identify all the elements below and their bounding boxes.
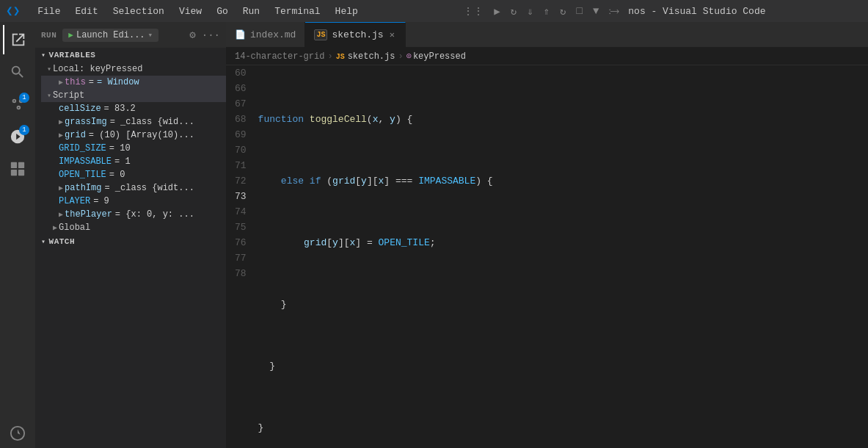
continue-icon[interactable]: ▶ [491, 4, 503, 19]
launch-editor-button[interactable]: ▶ Launch Edi... ▾ [62, 29, 158, 42]
code-editor[interactable]: 60 66 67 68 69 70 71 72 73 74 75 76 77 7… [226, 65, 868, 448]
activity-remote[interactable] [3, 419, 32, 448]
debug-config-icon[interactable]: ⋮⋮ [460, 4, 486, 19]
code-line-69: } [255, 358, 868, 374]
menu-run[interactable]: Run [237, 4, 266, 18]
opentile-item[interactable]: OPEN_TILE = 0 [41, 168, 226, 181]
grid-item[interactable]: ▶ grid = (10) [Array(10)... [41, 129, 226, 142]
menu-view[interactable]: View [173, 4, 208, 18]
impassable-name: IMPASSABLE [59, 156, 112, 167]
global-section: ▶ Global [35, 221, 226, 234]
titlebar-left: ❮❯ File Edit Selection View Go Run Termi… [6, 4, 364, 18]
opentile-value: = 0 [109, 170, 125, 180]
watch-label: WATCH [49, 237, 76, 246]
stop-dropdown-icon[interactable]: ▼ [590, 4, 602, 18]
tab-sketch-js-label: sketch.js [332, 29, 383, 40]
this-equals: = [89, 77, 94, 87]
line-num-74: 74 [235, 204, 247, 220]
more-actions-icon[interactable]: ··· [202, 29, 220, 41]
line-num-60: 60 [235, 65, 247, 81]
this-value: = Window [97, 77, 139, 87]
pathimg-value: = _class {widt... [104, 183, 194, 193]
line-num-77: 77 [235, 250, 247, 266]
activity-extensions[interactable] [3, 154, 32, 184]
activity-bar: 1 1 [0, 22, 35, 448]
step-into-icon[interactable]: ⇑ [541, 4, 552, 19]
breadcrumb-sep-1: › [327, 51, 332, 62]
this-chevron-icon: ▶ [59, 78, 63, 87]
code-line-70: } [255, 420, 868, 436]
line-num-71: 71 [235, 158, 247, 173]
stop-icon[interactable]: □ [573, 4, 585, 18]
gridsize-value: = 10 [109, 143, 131, 153]
line-num-70: 70 [235, 142, 247, 158]
code-line-60: function toggleCell(x, y) { [255, 112, 868, 127]
titlebar: ❮❯ File Edit Selection View Go Run Termi… [0, 0, 868, 22]
activity-source-control[interactable]: 1 [3, 90, 32, 119]
step-out-icon[interactable]: ↻ [557, 4, 569, 19]
grid-name: grid [65, 130, 86, 140]
cellsize-name: cellSize [59, 104, 101, 114]
grassimg-value: = _class {wid... [110, 117, 194, 127]
tab-sketch-js[interactable]: JS sketch.js ✕ [305, 22, 405, 47]
impassable-item[interactable]: IMPASSABLE = 1 [41, 155, 226, 168]
menu-edit[interactable]: Edit [69, 4, 103, 18]
menu-help[interactable]: Help [329, 4, 364, 18]
run-icon: ▶ [68, 30, 73, 40]
local-chevron-icon: ▾ [47, 65, 51, 73]
grassimg-name: grassImg [65, 117, 107, 127]
player-item[interactable]: PLAYER = 9 [41, 195, 226, 208]
tab-close-icon[interactable]: ✕ [388, 28, 396, 42]
main-layout: 1 1 RUN ▶ Launch Edi... ▾ ⚙ ··· ▾ [0, 22, 868, 448]
variables-label: VARIABLES [49, 51, 96, 59]
script-chevron-icon: ▾ [47, 91, 51, 100]
breadcrumb: 14-character-grid › JSsketch.js › ⊙keyPr… [226, 48, 868, 65]
editor-area: 📄 index.md JS sketch.js ✕ 14-character-g… [226, 22, 868, 448]
tab-index-md[interactable]: 📄 index.md [226, 22, 305, 47]
restart-icon[interactable]: ↻ [508, 4, 519, 19]
global-chevron-icon: ▶ [53, 223, 57, 232]
grassimg-chevron-icon: ▶ [59, 118, 63, 126]
menu-file[interactable]: File [32, 4, 66, 18]
menu-terminal[interactable]: Terminal [269, 4, 326, 18]
line-numbers: 60 66 67 68 69 70 71 72 73 74 75 76 77 7… [226, 65, 255, 448]
variables-chevron-icon: ▾ [41, 51, 46, 59]
opentile-name: OPEN_TILE [59, 170, 106, 180]
activity-explorer[interactable] [3, 25, 32, 54]
script-section-header[interactable]: ▾ Script [41, 89, 226, 102]
this-item[interactable]: ▶ this = = Window [41, 76, 226, 89]
tab-index-md-label: index.md [250, 29, 296, 40]
theplayer-name: thePlayer [65, 209, 112, 220]
grassimg-item[interactable]: ▶ grassImg = _class {wid... [41, 115, 226, 129]
remote-icon[interactable]: ⧴ [606, 4, 622, 18]
script-label: Script [53, 90, 84, 101]
line-num-72: 72 [235, 173, 247, 189]
theplayer-item[interactable]: ▶ thePlayer = {x: 0, y: ... [41, 208, 226, 221]
menu-selection[interactable]: Selection [107, 4, 170, 18]
menu-go[interactable]: Go [211, 4, 234, 18]
breadcrumb-sep-2: › [398, 51, 403, 62]
gridsize-item[interactable]: GRID_SIZE = 10 [41, 142, 226, 155]
run-tab-bar: RUN ▶ Launch Edi... ▾ ⚙ ··· [35, 22, 226, 48]
script-section: ▾ Script cellSize = 83.2 ▶ grassImg = _c… [35, 89, 226, 221]
line-num-73: 73 [235, 189, 247, 204]
source-control-badge: 1 [19, 93, 29, 103]
player-name: PLAYER [59, 196, 90, 206]
line-num-68: 68 [235, 112, 247, 127]
watch-section-header[interactable]: ▾ WATCH [35, 234, 226, 249]
svg-rect-0 [11, 162, 17, 168]
titlebar-center: ⋮⋮ ▶ ↻ ⇓ ⇑ ↻ □ ▼ ⧴ nos - Visual Studio C… [364, 4, 862, 19]
global-item[interactable]: ▶ Global [47, 221, 226, 234]
tab-bar: 📄 index.md JS sketch.js ✕ [226, 22, 868, 48]
activity-search[interactable] [3, 57, 32, 87]
activity-run-debug[interactable]: 1 [3, 122, 32, 151]
variables-section-header[interactable]: ▾ VARIABLES [35, 48, 226, 62]
svg-rect-3 [18, 170, 24, 176]
gear-icon[interactable]: ⚙ [189, 29, 195, 41]
local-keypressed-item[interactable]: ▾ Local: keyPressed [41, 62, 226, 76]
line-num-75: 75 [235, 220, 247, 235]
theplayer-value: = {x: 0, y: ... [115, 209, 194, 220]
pathimg-item[interactable]: ▶ pathImg = _class {widt... [41, 181, 226, 195]
step-over-icon[interactable]: ⇓ [524, 4, 536, 19]
cellsize-item[interactable]: cellSize = 83.2 [41, 102, 226, 115]
